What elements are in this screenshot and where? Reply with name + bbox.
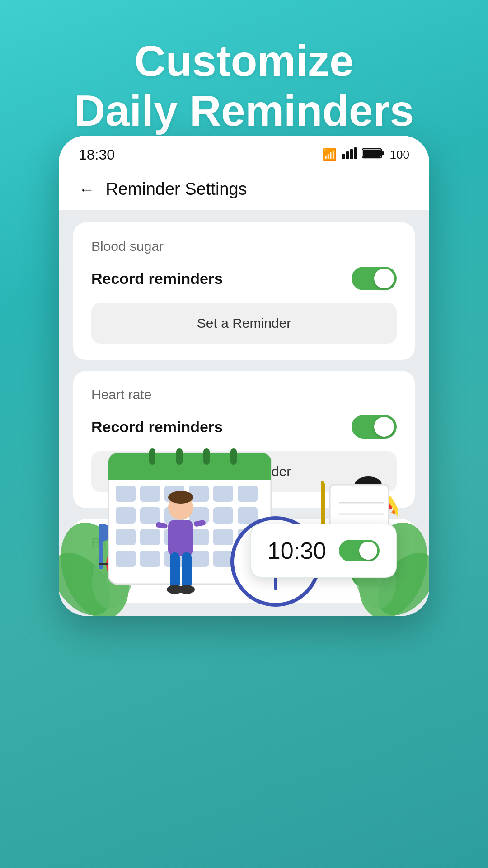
time-popup: 10:30 bbox=[250, 524, 397, 578]
status-icons: 📶 100 bbox=[322, 147, 409, 162]
svg-rect-6 bbox=[363, 150, 381, 157]
svg-rect-13 bbox=[99, 524, 103, 569]
svg-rect-55 bbox=[170, 552, 180, 589]
blood-sugar-label: Blood sugar bbox=[91, 239, 397, 254]
blood-sugar-set-reminder-button[interactable]: Set a Reminder bbox=[91, 303, 397, 344]
phone-mockup: 18:30 📶 100 ← Remi bbox=[59, 136, 429, 616]
status-time: 18:30 bbox=[79, 146, 115, 163]
blood-sugar-record-label: Record reminders bbox=[91, 270, 223, 288]
svg-rect-56 bbox=[182, 552, 192, 589]
svg-rect-3 bbox=[354, 147, 357, 159]
svg-rect-54 bbox=[168, 520, 193, 556]
svg-rect-59 bbox=[155, 522, 168, 529]
blood-sugar-card: Blood sugar Record reminders Set a Remin… bbox=[73, 222, 415, 360]
screen-title: Reminder Settings bbox=[106, 179, 247, 199]
svg-rect-46 bbox=[116, 551, 136, 567]
svg-rect-23 bbox=[108, 471, 271, 480]
blood-sugar-toggle[interactable] bbox=[352, 267, 397, 290]
svg-rect-24 bbox=[149, 448, 155, 465]
svg-rect-32 bbox=[213, 486, 233, 502]
blood-sugar-reminder-row: Record reminders bbox=[91, 267, 397, 290]
app-bar: ← Reminder Settings bbox=[59, 170, 429, 210]
back-button[interactable]: ← bbox=[79, 180, 95, 199]
header-title-line1: Customize bbox=[134, 37, 353, 85]
wifi-icon: 📶 bbox=[322, 148, 337, 162]
svg-rect-26 bbox=[203, 448, 210, 465]
battery-icon bbox=[362, 147, 385, 162]
signal-icon bbox=[342, 147, 357, 162]
person-left-illustration bbox=[154, 489, 208, 607]
svg-rect-25 bbox=[176, 448, 183, 465]
svg-point-53 bbox=[168, 491, 193, 504]
svg-rect-60 bbox=[193, 519, 206, 527]
svg-rect-2 bbox=[350, 149, 353, 159]
svg-rect-1 bbox=[346, 151, 349, 159]
battery-text: 100 bbox=[390, 148, 409, 162]
svg-rect-34 bbox=[116, 507, 136, 524]
svg-rect-5 bbox=[382, 151, 384, 155]
svg-rect-33 bbox=[238, 486, 258, 502]
header-title-line2: Daily Reminders bbox=[74, 86, 414, 135]
status-bar: 18:30 📶 100 bbox=[59, 136, 429, 170]
svg-point-58 bbox=[178, 585, 195, 594]
svg-rect-0 bbox=[342, 154, 345, 159]
time-popup-toggle[interactable] bbox=[339, 540, 380, 561]
illustration-area bbox=[59, 381, 429, 616]
svg-rect-40 bbox=[116, 529, 136, 545]
svg-rect-27 bbox=[230, 448, 237, 465]
svg-rect-28 bbox=[116, 486, 136, 502]
time-popup-value: 10:30 bbox=[267, 537, 326, 564]
